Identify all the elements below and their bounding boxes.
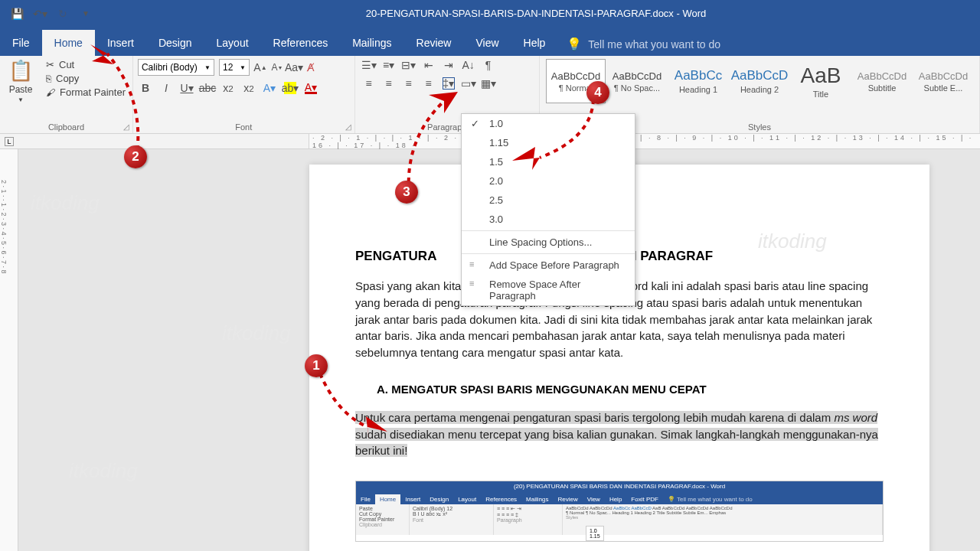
style-heading-1[interactable]: AaBbCcHeading 1 (668, 59, 728, 103)
watermark: itkoding (69, 459, 138, 483)
style-heading-2[interactable]: AaBbCcDHeading 2 (730, 59, 789, 103)
align-center-icon[interactable]: ≡ (383, 77, 395, 90)
justify-icon[interactable]: ≡ (423, 77, 435, 90)
tab-home[interactable]: Home (42, 30, 95, 56)
style-title[interactable]: AaBTitle (791, 59, 851, 103)
copy-icon: ⎘ (46, 73, 51, 84)
annotation-badge-4: 4 (586, 81, 609, 104)
tab-view[interactable]: View (463, 30, 511, 56)
customize-qat-icon[interactable]: ▼ (80, 8, 92, 20)
doc-paragraph-2[interactable]: Untuk cara pertama mengenai pengaturan s… (355, 409, 884, 459)
brush-icon: 🖌 (46, 87, 55, 98)
add-space-before[interactable]: ≡Add Space Before Paragraph (462, 256, 635, 275)
mini-tab: Design (425, 494, 453, 504)
font-name-select[interactable]: Calibri (Body)▼ (138, 59, 214, 76)
tell-me[interactable]: 💡 Tell me what you want to do (557, 37, 730, 51)
remove-space-after[interactable]: ≡Remove Space After Paragraph (462, 275, 635, 305)
shrink-font-icon[interactable]: A▼ (271, 61, 283, 73)
show-marks-icon[interactable]: ¶ (482, 59, 495, 71)
spacing-option-2.5[interactable]: 2.5 (462, 191, 635, 210)
doc-subheading-a[interactable]: A. MENGATUR SPASI BARIS MENGGUNAKAN MENU… (355, 383, 884, 396)
mini-tab: Insert (400, 494, 425, 504)
spacing-option-2.0[interactable]: 2.0 (462, 171, 635, 191)
clipboard-launcher-icon[interactable]: ◿ (123, 122, 129, 131)
borders-icon[interactable]: ▦▾ (482, 77, 495, 90)
superscript-icon[interactable]: x2 (243, 82, 255, 94)
menu-bar: File Home Insert Design Layout Reference… (0, 27, 980, 56)
tab-file[interactable]: File (0, 30, 42, 56)
mini-tab: Foxit PDF (626, 494, 663, 504)
watermark: itkoding (222, 321, 291, 345)
subscript-icon[interactable]: x2 (222, 82, 234, 94)
mini-tab: View (583, 494, 605, 504)
tab-design[interactable]: Design (146, 30, 204, 56)
spacing-option-1.5[interactable]: 1.5 (462, 152, 635, 171)
grow-font-icon[interactable]: A▲ (254, 61, 266, 73)
annotation-badge-3: 3 (395, 181, 418, 204)
align-right-icon[interactable]: ≡ (403, 77, 415, 90)
multilevel-icon[interactable]: ⊟▾ (403, 59, 415, 71)
undo-icon[interactable]: ↶▾ (34, 8, 46, 20)
ruler-marks[interactable]: · 2 · | · 1 · | · | · 1 · | · 2 · | · 3 … (309, 134, 980, 148)
shading-icon[interactable]: ▭▾ (462, 77, 475, 90)
italic-icon[interactable]: I (160, 82, 172, 94)
lightbulb-icon: 💡 (567, 37, 582, 51)
font-label: Font (133, 122, 354, 132)
cut-button[interactable]: ✂Cut (46, 59, 126, 70)
mini-title: (20) PENGATURAN SPASI BARIS DAN INDENTAS… (356, 481, 883, 492)
font-color-icon[interactable]: A▾ (305, 82, 317, 94)
redo-icon[interactable]: ↻ (57, 8, 69, 20)
annotation-badge-1: 1 (305, 354, 328, 377)
numbering-icon[interactable]: ≡▾ (383, 59, 395, 71)
style---no-spac---[interactable]: AaBbCcDd¶ No Spac... (607, 59, 667, 103)
chevron-down-icon: ▼ (204, 64, 211, 71)
tab-layout[interactable]: Layout (204, 30, 261, 56)
copy-button[interactable]: ⎘Copy (46, 73, 126, 84)
paste-label: Paste (9, 84, 33, 95)
style-subtle-e---[interactable]: AaBbCcDdSubtle E... (913, 59, 973, 103)
clear-format-icon[interactable]: A̸ (305, 61, 317, 73)
spacing-option-1.15[interactable]: 1.15 (462, 133, 635, 152)
document-title: 20-PENGATURAN-SPASI-BARIS-DAN-INDENTASI-… (92, 8, 980, 19)
cut-label: Cut (59, 59, 74, 70)
font-size-select[interactable]: 12▼ (219, 59, 250, 76)
format-painter-label: Format Painter (60, 86, 126, 98)
font-launcher-icon[interactable]: ◿ (345, 122, 351, 131)
watermark: itkoding (31, 191, 100, 215)
spacing-option-3.0[interactable]: 3.0 (462, 210, 635, 229)
increase-indent-icon[interactable]: ⇥ (443, 59, 455, 71)
strike-icon[interactable]: abc (201, 82, 214, 94)
bold-icon[interactable]: B (139, 82, 152, 94)
watermark: itkoding (758, 230, 827, 253)
sort-icon[interactable]: A↓ (462, 59, 475, 71)
mini-tab: Mailings (521, 494, 553, 504)
mini-tab: Layout (453, 494, 481, 504)
tab-insert[interactable]: Insert (95, 30, 146, 56)
chevron-down-icon: ▼ (18, 96, 24, 103)
font-name-value: Calibri (Body) (142, 62, 198, 73)
paste-button[interactable]: 📋 Paste ▼ (5, 59, 37, 103)
spacing-option-1.0[interactable]: 1.0 (462, 114, 635, 133)
tab-mailings[interactable]: Mailings (340, 30, 403, 56)
mini-tab: Help (605, 494, 626, 504)
decrease-indent-icon[interactable]: ⇤ (423, 59, 435, 71)
tab-help[interactable]: Help (511, 30, 558, 56)
font-group: Calibri (Body)▼ 12▼ A▲ A▼ Aa▾ A̸ B I U▾ … (133, 56, 355, 133)
align-left-icon[interactable]: ≡ (363, 77, 375, 90)
line-spacing-dropdown: 1.0 1.15 1.5 2.0 2.5 3.0 Line Spacing Op… (461, 113, 635, 306)
font-size-value: 12 (223, 62, 233, 73)
text-effects-icon[interactable]: A▾ (263, 82, 276, 94)
highlight-icon[interactable]: ab▾ (284, 82, 296, 94)
tab-references[interactable]: References (261, 30, 341, 56)
style-subtitle[interactable]: AaBbCcDdSubtitle (852, 59, 912, 103)
vertical-ruler[interactable]: 2 · 1 · · 1 · 2 · 3 · 4 · 5 · 6 · 7 · 8 (0, 149, 18, 551)
tab-selector-icon[interactable]: L (5, 137, 14, 146)
change-case-icon[interactable]: Aa▾ (288, 61, 300, 73)
save-icon[interactable]: 💾 (11, 8, 23, 20)
line-spacing-icon[interactable]: ‡▾ (443, 77, 455, 90)
line-spacing-options[interactable]: Line Spacing Options... (462, 233, 635, 252)
underline-icon[interactable]: U▾ (181, 82, 193, 94)
tab-review[interactable]: Review (404, 30, 464, 56)
bullets-icon[interactable]: ☰▾ (363, 59, 375, 71)
format-painter-button[interactable]: 🖌Format Painter (46, 86, 126, 98)
